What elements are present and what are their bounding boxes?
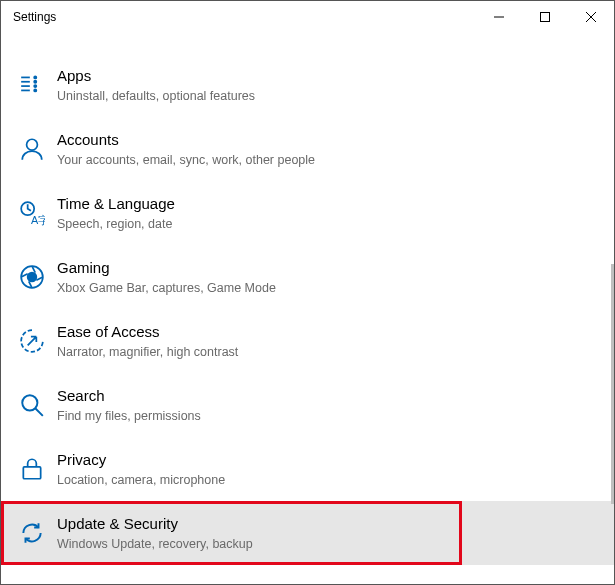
time-language-icon: A字 bbox=[19, 200, 45, 226]
accounts-icon bbox=[19, 136, 45, 162]
window-title: Settings bbox=[13, 10, 476, 24]
item-desc: Location, camera, microphone bbox=[57, 472, 225, 488]
svg-rect-19 bbox=[23, 467, 40, 479]
settings-item-accounts[interactable]: Accounts Your accounts, email, sync, wor… bbox=[1, 117, 614, 181]
titlebar: Settings bbox=[1, 1, 614, 33]
item-desc: Your accounts, email, sync, work, other … bbox=[57, 152, 315, 168]
gaming-icon bbox=[19, 264, 45, 290]
apps-icon bbox=[19, 72, 45, 98]
item-title: Apps bbox=[57, 66, 255, 86]
item-desc: Xbox Game Bar, captures, Game Mode bbox=[57, 280, 276, 296]
scrollbar[interactable] bbox=[611, 64, 614, 554]
item-title: Update & Security bbox=[57, 514, 253, 534]
svg-point-16 bbox=[28, 273, 37, 282]
privacy-icon bbox=[19, 456, 45, 482]
maximize-button[interactable] bbox=[522, 1, 568, 33]
settings-list: Apps Uninstall, defaults, optional featu… bbox=[1, 33, 614, 565]
svg-point-12 bbox=[27, 139, 38, 150]
svg-point-17 bbox=[22, 395, 37, 410]
svg-text:A字: A字 bbox=[31, 214, 45, 226]
close-button[interactable] bbox=[568, 1, 614, 33]
svg-rect-1 bbox=[541, 13, 550, 22]
settings-item-privacy[interactable]: Privacy Location, camera, microphone bbox=[1, 437, 614, 501]
update-security-icon bbox=[19, 520, 45, 546]
item-desc: Uninstall, defaults, optional features bbox=[57, 88, 255, 104]
svg-line-18 bbox=[35, 408, 43, 416]
item-desc: Speech, region, date bbox=[57, 216, 175, 232]
ease-of-access-icon bbox=[19, 328, 45, 354]
item-desc: Narrator, magnifier, high contrast bbox=[57, 344, 238, 360]
svg-point-9 bbox=[34, 81, 36, 83]
item-title: Privacy bbox=[57, 450, 225, 470]
item-title: Accounts bbox=[57, 130, 315, 150]
window-controls bbox=[476, 1, 614, 33]
settings-item-gaming[interactable]: Gaming Xbox Game Bar, captures, Game Mod… bbox=[1, 245, 614, 309]
settings-item-apps[interactable]: Apps Uninstall, defaults, optional featu… bbox=[1, 53, 614, 117]
minimize-button[interactable] bbox=[476, 1, 522, 33]
settings-item-ease-of-access[interactable]: Ease of Access Narrator, magnifier, high… bbox=[1, 309, 614, 373]
settings-item-search[interactable]: Search Find my files, permissions bbox=[1, 373, 614, 437]
svg-point-8 bbox=[34, 76, 36, 78]
item-desc: Find my files, permissions bbox=[57, 408, 201, 424]
item-desc: Windows Update, recovery, backup bbox=[57, 536, 253, 552]
search-icon bbox=[19, 392, 45, 418]
item-title: Ease of Access bbox=[57, 322, 238, 342]
svg-point-10 bbox=[34, 85, 36, 87]
item-title: Search bbox=[57, 386, 201, 406]
settings-item-update-security[interactable]: Update & Security Windows Update, recove… bbox=[1, 501, 614, 565]
item-title: Time & Language bbox=[57, 194, 175, 214]
scrollbar-thumb[interactable] bbox=[611, 264, 614, 504]
item-title: Gaming bbox=[57, 258, 276, 278]
svg-point-11 bbox=[34, 89, 36, 91]
settings-item-time-language[interactable]: A字 Time & Language Speech, region, date bbox=[1, 181, 614, 245]
